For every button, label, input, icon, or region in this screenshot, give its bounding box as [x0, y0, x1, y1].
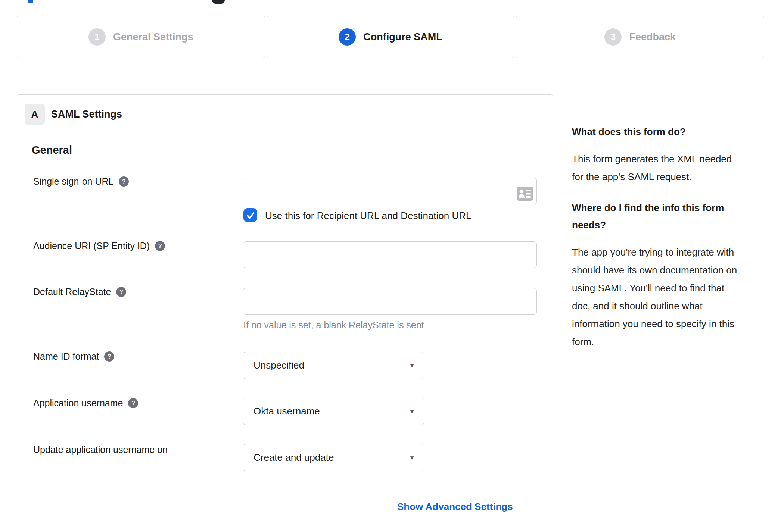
step-label: Feedback: [629, 31, 676, 43]
step-label: Configure SAML: [363, 31, 442, 43]
field-label: Audience URI (SP Entity ID): [33, 241, 150, 251]
update-username-select[interactable]: Create and update ▼: [243, 444, 424, 471]
help-sidebar: What does this form do? This form genera…: [572, 123, 765, 351]
application-username-label-row: Application username ?: [33, 398, 138, 409]
step-label: General Settings: [113, 31, 193, 43]
sidebar-question-2: Where do I find the info this form needs…: [572, 199, 765, 234]
field-label: Default RelayState: [33, 287, 111, 297]
relay-state-input[interactable]: [243, 288, 537, 315]
chevron-down-icon: ▼: [409, 454, 415, 461]
chevron-down-icon: ▼: [409, 408, 415, 415]
step-configure-saml[interactable]: 2 Configure SAML: [267, 16, 515, 58]
application-username-select[interactable]: Okta username ▼: [243, 398, 424, 425]
field-label: Application username: [33, 398, 123, 409]
help-icon[interactable]: ?: [119, 176, 129, 187]
relay-state-hint: If no value is set, a blank RelayState i…: [243, 320, 424, 331]
update-username-label-row: Update application username on: [33, 444, 168, 455]
audience-uri-label-row: Audience URI (SP Entity ID) ?: [33, 241, 165, 251]
saml-settings-panel: A SAML Settings General Single sign-on U…: [17, 94, 553, 532]
sidebar-question-1: What does this form do?: [572, 123, 765, 140]
name-id-format-label-row: Name ID format ?: [33, 351, 114, 362]
relay-state-label-row: Default RelayState ?: [33, 287, 126, 297]
step-number-badge: 1: [88, 28, 106, 46]
name-id-format-select[interactable]: Unspecified ▼: [243, 352, 424, 379]
chevron-down-icon: ▼: [409, 362, 415, 369]
sso-url-label-row: Single sign-on URL ?: [33, 176, 129, 187]
step-feedback[interactable]: 3 Feedback: [516, 16, 764, 58]
step-number-badge: 3: [604, 28, 622, 46]
step-number-badge: 2: [339, 28, 356, 46]
show-advanced-settings-link[interactable]: Show Advanced Settings: [397, 501, 513, 513]
cutoff-blue-element: [28, 0, 33, 3]
general-section-heading: General: [32, 144, 72, 156]
cutoff-dark-element: [212, 0, 225, 4]
field-label: Name ID format: [33, 351, 99, 362]
step-general-settings[interactable]: 1 General Settings: [17, 16, 265, 58]
checkmark-icon: [246, 211, 255, 220]
contact-card-icon[interactable]: [517, 187, 533, 201]
checkbox-label: Use this for Recipient URL and Destinati…: [265, 210, 472, 222]
field-label: Single sign-on URL: [33, 176, 113, 187]
panel-title: SAML Settings: [51, 109, 122, 120]
audience-uri-input[interactable]: [243, 241, 537, 268]
section-a-badge: A: [25, 104, 45, 125]
recipient-url-checkbox[interactable]: [243, 208, 257, 222]
help-icon[interactable]: ?: [128, 398, 138, 408]
wizard-stepper: 1 General Settings 2 Configure SAML 3 Fe…: [17, 16, 764, 58]
sidebar-answer-1: This form generates the XML needed for t…: [572, 150, 765, 186]
sso-url-input[interactable]: [243, 178, 537, 204]
field-label: Update application username on: [33, 444, 168, 455]
help-icon[interactable]: ?: [104, 351, 114, 362]
help-icon[interactable]: ?: [155, 241, 165, 251]
help-icon[interactable]: ?: [116, 287, 126, 297]
sidebar-answer-2: The app you're trying to integrate with …: [572, 243, 765, 351]
